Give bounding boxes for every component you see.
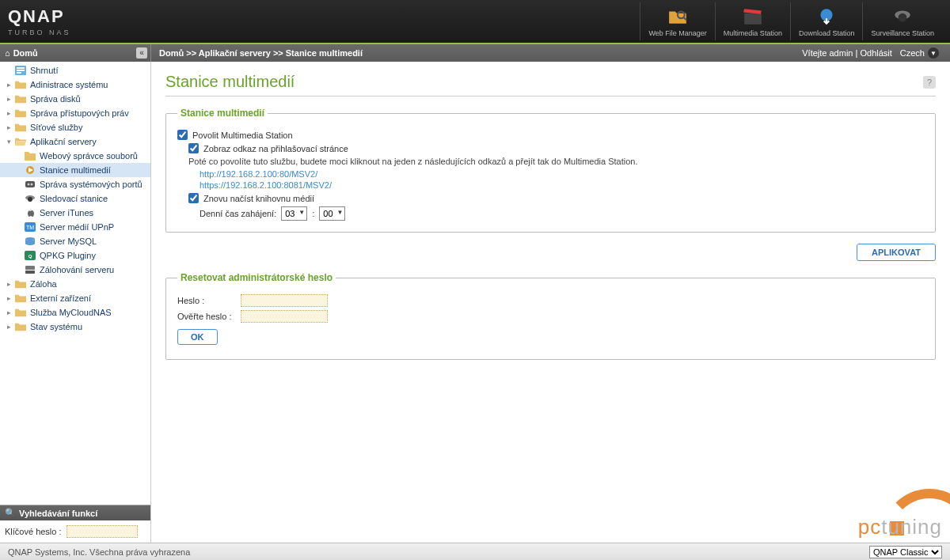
welcome-text: Vítejte admin | Odhlásit [802,48,892,58]
time-label: Denní čas zahájení: [200,209,276,218]
app-surveillance-station[interactable]: Surveillance Station [862,2,942,40]
sidebar-item-qpkg-pluginy[interactable]: QQPKG Pluginy [0,248,150,263]
folder-icon [14,293,27,304]
show-login-link-checkbox[interactable] [188,143,199,153]
logo-block: QNAP TURBO NAS [8,6,71,36]
folder-icon [14,93,27,104]
app-label: Multimedia Station [724,29,782,37]
folder-open-icon [14,136,27,147]
fieldset-legend: Resetovat administrátorské heslo [177,272,336,283]
upnp-icon: TM [24,221,36,233]
search-label: Klíčové heslo : [5,527,62,536]
folder-icon [14,79,27,90]
sidebar-item-server-itunes[interactable]: Server iTunes [0,206,150,220]
breadcrumb: Domů >> Aplikační servery >> Stanice mul… [151,48,363,58]
sidebar-item-webový-správce-souborů[interactable]: Webový správce souborů [0,149,150,163]
info-text: Poté co povolíte tuto službu, budete moc… [188,157,924,166]
tree-item-label: Adinistrace systému [30,80,108,89]
sidebar-header: ⌂ Domů « [0,44,151,62]
sidebar-item-služba-mycloudnas[interactable]: ▸Služba MyCloudNAS [0,305,150,320]
sidebar-item-server-mysql[interactable]: Server MySQL [0,234,150,248]
tree-item-label: Server MySQL [40,236,97,246]
sidebar-item-správa-disků[interactable]: ▸Správa disků [0,92,150,106]
tree-toggle-icon: ▸ [5,95,13,103]
sidebar-item-zálohování-serveru[interactable]: Zálohování serveru [0,263,150,277]
sidebar-item-server-médií-upnp[interactable]: TMServer médií UPnP [0,220,150,234]
page-title: Stanice multimedií ? [165,73,936,96]
folder-search-icon [666,6,690,28]
tree-item-label: Externí zařízení [30,293,91,303]
app-label: Download Station [799,29,855,37]
collapse-sidebar-button[interactable]: « [136,47,147,59]
enable-multimedia-checkbox[interactable] [177,130,188,140]
svg-point-6 [899,13,907,22]
qpkg-icon: Q [24,250,36,261]
svg-point-15 [31,184,33,186]
tree-item-label: Server médií UPnP [40,222,114,232]
app-header: QNAP TURBO NAS Web File Manager Multimed… [0,0,950,44]
tree-item-label: Síťové služby [30,123,83,132]
sidebar-item-adinistrace-systému[interactable]: ▸Adinistrace systému [0,78,150,92]
svg-rect-10 [17,72,21,74]
show-link-label: Zobraz odkaz na přihlašovací stránce [203,144,348,153]
web-icon [24,150,36,161]
sidebar-item-správa-přístupových-práv[interactable]: ▸Správa přístupových práv [0,106,150,120]
search-panel-header: 🔍 Vyhledávání funkcí [0,505,150,520]
app-web-file-manager[interactable]: Web File Manager [640,2,714,40]
svg-rect-9 [17,70,25,71]
ports-icon [24,179,36,190]
search-keyword-input[interactable] [66,525,138,538]
footer-bar: QNAP Systems, Inc. Všechna práva vyhraze… [0,543,950,560]
tree-item-label: Stanice multimedií [40,165,111,175]
sidebar-item-aplikační-servery[interactable]: ▾Aplikační servery [0,134,150,149]
apply-button[interactable]: APLIKOVAT [857,244,936,261]
logo-subtext: TURBO NAS [8,28,71,36]
password-input[interactable] [241,294,328,307]
sidebar-item-shrnutí[interactable]: Shrnutí [0,63,150,78]
chevron-down-icon: ▼ [928,47,939,59]
hour-select[interactable]: 03 [281,206,307,221]
rescan-library-checkbox[interactable] [188,193,199,203]
itunes-icon [24,207,36,218]
header-app-launcher: Web File Manager Multimedia Station Down… [640,2,942,40]
sidebar-item-externí-zařízení[interactable]: ▸Externí zařízení [0,291,150,305]
sidebar-item-správa-systémových-portů[interactable]: Správa systémových portů [0,177,150,191]
confirm-password-input[interactable] [241,310,328,323]
tree-item-label: Služba MyCloudNAS [30,308,112,317]
cam-icon [24,193,36,204]
https-link[interactable]: https://192.168.2.100:8081/MSV2/ [200,180,924,190]
sidebar-item-síťové-služby[interactable]: ▸Síťové služby [0,120,150,134]
nav-tree: Shrnutí▸Adinistrace systému▸Správa disků… [0,62,150,505]
logout-link[interactable]: Odhlásit [860,48,891,58]
home-label[interactable]: Domů [13,48,38,58]
tree-item-label: Sledovací stanice [40,194,108,203]
sidebar-search-panel: 🔍 Vyhledávání funkcí Klíčové heslo : [0,505,150,543]
app-download-station[interactable]: Download Station [790,2,863,40]
clapperboard-icon [741,6,765,28]
app-label: Surveillance Station [871,29,934,37]
minute-select[interactable]: 00 [319,206,345,221]
svg-text:Q: Q [28,254,32,259]
app-multimedia-station[interactable]: Multimedia Station [715,2,790,40]
sidebar-item-sledovací-stanice[interactable]: Sledovací stanice [0,191,150,206]
folder-icon [14,108,27,119]
sidebar-item-záloha[interactable]: ▸Záloha [0,277,150,291]
media-icon [24,165,36,176]
tree-item-label: Shrnutí [30,66,58,75]
language-selector[interactable]: Czech ▼ [900,47,939,59]
svg-rect-13 [25,181,35,187]
tree-toggle-icon: ▾ [5,138,13,146]
sidebar: Shrnutí▸Adinistrace systému▸Správa disků… [0,62,151,543]
theme-select[interactable]: QNAP Classic [869,546,942,558]
tree-item-label: Server iTunes [40,208,93,218]
camera-dome-icon [891,6,914,28]
sidebar-item-stav-systému[interactable]: ▸Stav systému [0,320,150,334]
tree-toggle-icon: ▸ [5,123,13,131]
tree-item-label: Správa systémových portů [40,180,142,189]
http-link[interactable]: http://192.168.2.100:80/MSV2/ [200,169,924,179]
help-icon[interactable]: ? [923,76,936,89]
tree-item-label: Stav systému [30,322,82,331]
sidebar-item-stanice-multimedií[interactable]: Stanice multimedií [0,163,150,177]
tree-item-label: Aplikační servery [30,137,97,146]
ok-button[interactable]: OK [177,329,218,345]
